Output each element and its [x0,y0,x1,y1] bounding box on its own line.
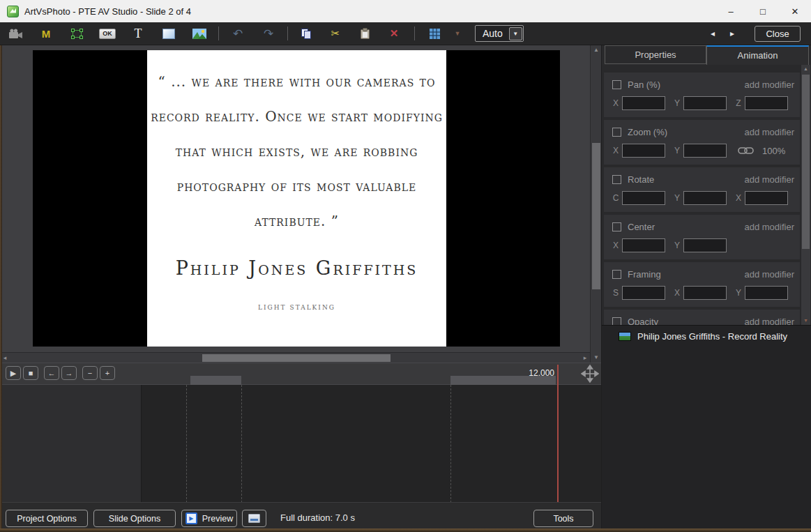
timeline-playhead[interactable] [557,365,559,502]
slide-background[interactable]: “ ... we are there with our cameras to r… [33,50,560,347]
preview-button[interactable]: ▶ Preview [181,510,237,527]
timeline-slide-bar[interactable] [190,376,241,385]
title-bar: ArtVsPhoto - PTE AV Studio - Slide 2 of … [0,0,811,22]
quote-line: record reality. Once we start modifying [147,99,446,134]
quote-line: photography of its most valuable [147,169,446,204]
minimize-button[interactable]: – [715,0,747,22]
redo-button[interactable]: ↷ [253,22,284,45]
toolbar-separator [414,26,415,40]
pan-x-input[interactable] [622,96,665,110]
add-frame-button[interactable] [61,22,92,45]
tab-properties[interactable]: Properties [605,45,706,64]
framing-x-input[interactable] [683,286,727,300]
pan-y-label: Y [674,98,681,108]
scroll-up-icon[interactable]: ▲ [591,45,602,55]
project-options-button[interactable]: Project Options [6,510,88,527]
redo-icon: ↷ [264,26,273,41]
zoom-mode-select[interactable]: Auto ▼ [475,25,524,42]
panel-scrollbar[interactable]: ▲ ▼ [801,65,810,325]
center-fields: X Y [604,238,800,252]
slide-text-object[interactable]: “ ... we are there with our cameras to r… [147,50,446,347]
add-mask-button[interactable]: M [31,22,61,45]
undo-button[interactable]: ↶ [222,22,253,45]
pan-checkbox[interactable] [612,80,621,89]
scissors-icon: ✂ [331,27,340,40]
timeline-move-handle[interactable] [581,365,599,386]
next-slide-timeline-button[interactable]: → [61,366,77,380]
mini-player-button[interactable] [242,510,266,527]
panel-scroll-thumb[interactable] [802,75,810,249]
timeline-ruler[interactable]: ▶ ■ ← → − + 12.000 [0,363,601,385]
zoom-add-modifier-link[interactable]: add modifier [744,127,794,137]
add-text-button[interactable]: T [123,22,153,45]
chevron-down-icon[interactable]: ▼ [509,27,522,40]
maximize-button[interactable]: □ [747,0,779,22]
framing-checkbox[interactable] [612,270,621,279]
next-slide-button[interactable]: ▸ [722,29,742,38]
window-edge-bottom [0,529,811,532]
tab-animation[interactable]: Animation [706,45,809,65]
preview-canvas[interactable]: “ ... we are there with our cameras to r… [0,45,590,352]
center-y-input[interactable] [683,238,727,252]
preview-vertical-scrollbar[interactable]: ▲ ▼ [590,45,601,363]
add-video-button[interactable] [0,22,31,45]
pan-z-input[interactable] [745,96,788,110]
add-button-object-button[interactable]: OK [92,22,123,45]
rotate-x-label: X [735,193,742,203]
center-checkbox[interactable] [612,222,621,231]
layer-thumbnail-icon [619,332,631,341]
timeline-zoom-in-button[interactable]: + [100,366,115,380]
previous-slide-button[interactable]: ◂ [703,29,722,38]
preview-label: Preview [202,514,233,524]
preview-horizontal-scrollbar[interactable]: ◂ ▸ [0,352,590,363]
scroll-right-icon[interactable]: ▸ [580,353,590,363]
add-rectangle-button[interactable] [153,22,184,45]
play-button[interactable]: ▶ [6,366,21,380]
window-close-button[interactable]: ✕ [779,0,811,22]
rotate-fields: C Y X [604,191,800,205]
center-x-input[interactable] [622,238,665,252]
toolbar-separator [218,26,219,40]
toolbar-right-group: ◂ ▸ Close [703,26,811,42]
scroll-up-icon[interactable]: ▲ [801,65,810,73]
rotate-add-modifier-link[interactable]: add modifier [744,174,794,185]
rotate-c-input[interactable] [622,191,665,205]
framing-s-input[interactable] [622,286,665,300]
grid-options-dropdown[interactable]: ▼ [448,22,467,45]
tools-button[interactable]: Tools [533,510,593,527]
zoom-checkbox[interactable] [612,128,621,137]
pan-header: Pan (%) add modifier [604,73,800,90]
grid-button[interactable] [420,22,448,45]
pan-add-modifier-link[interactable]: add modifier [744,79,794,90]
close-editor-button[interactable]: Close [755,26,801,42]
center-add-modifier-link[interactable]: add modifier [744,222,794,232]
zoom-x-input[interactable] [622,144,665,158]
zoom-y-input[interactable] [683,144,727,158]
slide-options-button[interactable]: Slide Options [93,510,176,527]
opacity-checkbox[interactable] [612,317,621,325]
rotate-checkbox[interactable] [612,175,621,184]
rotate-x-input[interactable] [745,191,788,205]
horizontal-scroll-thumb[interactable] [202,354,391,362]
delete-button[interactable]: ✕ [379,22,409,45]
prev-slide-timeline-button[interactable]: ← [44,366,59,380]
center-section: Center add modifier X Y [604,215,800,259]
scroll-down-icon[interactable]: ▼ [591,353,602,363]
layer-item[interactable]: Philip Jones Griffiths - Record Reality [602,326,811,342]
add-image-button[interactable] [184,22,215,45]
cut-button[interactable]: ✂ [321,22,350,45]
pan-y-input[interactable] [683,96,727,110]
framing-add-modifier-link[interactable]: add modifier [744,269,794,280]
scroll-down-icon[interactable]: ▼ [801,317,810,325]
framing-y-input[interactable] [745,286,788,300]
vertical-scroll-thumb[interactable] [592,143,600,289]
opacity-add-modifier-link[interactable]: add modifier [744,317,794,325]
timeline-zoom-out-button[interactable]: − [82,366,98,380]
link-chain-icon[interactable] [738,146,754,155]
copy-button[interactable] [291,22,321,45]
timeline-panel: ▶ ■ ← → − + 12.000 [0,363,601,502]
paste-button[interactable] [350,22,379,45]
stop-button[interactable]: ■ [23,366,38,380]
rotate-y-input[interactable] [683,191,727,205]
mini-player-icon [248,514,260,523]
